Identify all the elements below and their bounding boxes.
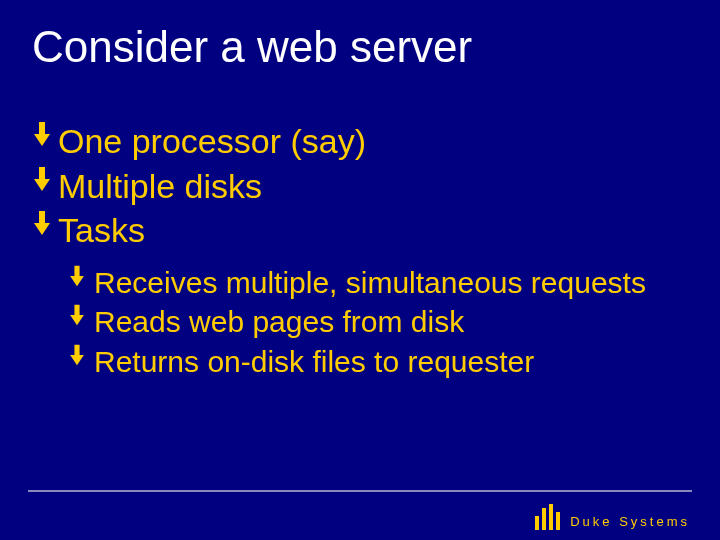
- sub-bullets: Receives multiple, simultaneous requests…: [32, 264, 680, 381]
- slide-body: One processor (say) Multiple disks Tasks…: [32, 120, 680, 382]
- arrow-down-icon: [68, 264, 94, 288]
- slide-title: Consider a web server: [32, 22, 472, 72]
- bullet-l2: Returns on-disk files to requester: [68, 343, 680, 381]
- arrow-down-icon: [32, 165, 58, 193]
- footer-text: Duke Systems: [570, 514, 690, 530]
- bullet-l2: Receives multiple, simultaneous requests: [68, 264, 680, 302]
- bullet-l1: One processor (say): [32, 120, 680, 163]
- bullet-l2: Reads web pages from disk: [68, 303, 680, 341]
- logo-icon: [535, 504, 560, 530]
- bullet-l1: Tasks: [32, 209, 680, 252]
- arrow-down-icon: [32, 120, 58, 148]
- bullet-text: One processor (say): [58, 120, 680, 163]
- bullet-text: Tasks: [58, 209, 680, 252]
- bullet-text: Multiple disks: [58, 165, 680, 208]
- arrow-down-icon: [68, 303, 94, 327]
- slide: Consider a web server One processor (say…: [0, 0, 720, 540]
- bullet-text: Reads web pages from disk: [94, 303, 680, 341]
- arrow-down-icon: [68, 343, 94, 367]
- footer-brand: Duke Systems: [535, 504, 690, 530]
- arrow-down-icon: [32, 209, 58, 237]
- bullet-l1: Multiple disks: [32, 165, 680, 208]
- bullet-text: Receives multiple, simultaneous requests: [94, 264, 680, 302]
- footer-divider: [28, 490, 692, 492]
- bullet-text: Returns on-disk files to requester: [94, 343, 680, 381]
